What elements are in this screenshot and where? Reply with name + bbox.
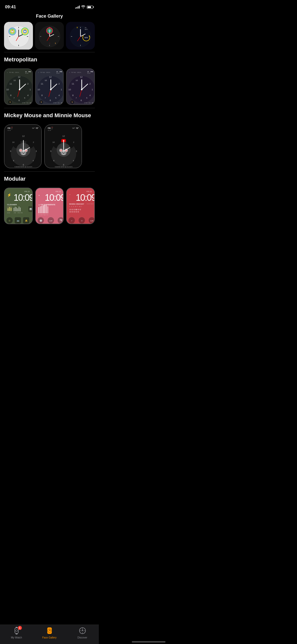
- svg-rect-185: [14, 208, 14, 211]
- face-card-partial-1[interactable]: 72 64 88 42 AQI: [4, 22, 33, 50]
- svg-point-250: [73, 211, 75, 213]
- svg-text:M: M: [41, 214, 42, 216]
- modular-face-svg-pink: FRI 23 ▲ 10:09 ▲ UVI 5 MODERATE S S M T …: [36, 188, 64, 224]
- svg-text:W: W: [79, 206, 80, 207]
- modular-face-green[interactable]: FRI 23 ⚡ 10:09 CLEANER NOW 1PM 4PM 7PM: [4, 188, 33, 224]
- svg-point-120: [81, 89, 82, 90]
- svg-rect-187: [16, 207, 17, 211]
- nav-title: Face Gallery: [0, 13, 99, 22]
- svg-point-252: [77, 211, 79, 213]
- svg-text:64 88: 64 88: [60, 222, 62, 223]
- svg-text:1: 1: [92, 88, 93, 91]
- svg-text:TRY ME · JORJA...: TRY ME · JORJA...: [9, 72, 20, 73]
- modular-face-svg-green: FRI 23 ⚡ 10:09 CLEANER NOW 1PM 4PM 7PM: [5, 188, 33, 224]
- svg-text:9: 9: [10, 150, 11, 152]
- svg-text:🏃: 🏃: [40, 101, 42, 103]
- svg-text:CUP: CUP: [30, 102, 33, 104]
- svg-text:6: 6: [18, 99, 20, 102]
- svg-text:3: 3: [35, 150, 37, 152]
- svg-text:4: 4: [58, 94, 60, 97]
- mickey-face-svg: FRI 23 24 22 23 64° 72° 🐭 12 6 9 3 10 2: [5, 125, 42, 168]
- svg-text:11: 11: [72, 83, 74, 85]
- svg-text:5: 5: [24, 97, 25, 99]
- svg-text:2: 2: [33, 141, 34, 143]
- svg-text:⊙: ⊙: [9, 219, 11, 222]
- svg-text:3: 3: [76, 150, 77, 152]
- svg-point-68: [19, 89, 20, 90]
- svg-text:22 23: 22 23: [8, 130, 11, 131]
- svg-text:♪: ♪: [7, 72, 8, 73]
- svg-text:22: 22: [85, 27, 87, 28]
- svg-text:⊙: ⊙: [81, 220, 83, 222]
- svg-text:8: 8: [72, 94, 74, 97]
- svg-text:23 24: 23 24: [56, 72, 60, 74]
- status-bar: 09:41: [0, 0, 99, 13]
- svg-text:🏃: 🏃: [9, 101, 11, 103]
- svg-point-247: [79, 209, 81, 210]
- face-card-partial-3[interactable]: 5 22 MPH 60%: [66, 22, 95, 50]
- svg-text:FRI: FRI: [60, 71, 62, 72]
- svg-text:10: 10: [14, 79, 16, 82]
- svg-text:4: 4: [27, 94, 28, 97]
- metropolitan-face-2[interactable]: ♪ TRY ME · JORJA... 22 FRI 23 24 12 6 10…: [35, 68, 64, 105]
- mickey-section-header: Mickey Mouse and Minnie Mouse: [0, 108, 99, 121]
- mickey-faces-row: FRI 23 24 22 23 64° 72° 🐭 12 6 9 3 10 2: [0, 121, 99, 171]
- svg-text:TRY ME · JORJA...: TRY ME · JORJA...: [71, 72, 82, 73]
- svg-text:4: 4: [90, 94, 91, 97]
- metropolitan-face-1[interactable]: ♪ TRY ME · JORJA... 22 FRI 23 24 12 6 10…: [4, 68, 33, 105]
- watch-face-svg-3: 5 22 MPH 60%: [67, 22, 94, 50]
- metropolitan-face-svg-2: ♪ TRY ME · JORJA... 22 FRI 23 24 12 6 10…: [36, 69, 64, 105]
- svg-text:TRY ME · JORJA...: TRY ME · JORJA...: [40, 72, 51, 73]
- svg-text:M: M: [75, 206, 76, 207]
- svg-text:10:09: 10:09: [45, 192, 64, 203]
- svg-text:07:09 · 3hrs: 07:09 · 3hrs: [22, 102, 29, 104]
- svg-text:CUP: CUP: [92, 102, 95, 104]
- modular-face-red[interactable]: FRI 23 ⌃ 10:09 WANING CRESCENT 25 26 27 …: [66, 188, 95, 224]
- svg-text:✓: ✓: [71, 220, 73, 222]
- svg-text:8: 8: [10, 94, 11, 97]
- svg-text:4PM: 4PM: [17, 212, 20, 214]
- svg-text:5: 5: [55, 97, 56, 99]
- svg-text:F: F: [69, 206, 70, 207]
- svg-rect-182: [8, 208, 9, 211]
- modular-face-pink[interactable]: FRI 23 ▲ 10:09 ▲ UVI 5 MODERATE S S M T …: [35, 188, 64, 224]
- svg-rect-212: [44, 205, 45, 213]
- svg-rect-184: [11, 208, 12, 211]
- svg-text:MPH: MPH: [85, 29, 88, 30]
- svg-text:1: 1: [61, 88, 62, 91]
- svg-text:12: 12: [80, 76, 82, 78]
- svg-text:10: 10: [37, 88, 40, 91]
- svg-text:42: 42: [24, 29, 26, 31]
- svg-text:60%: 60%: [84, 37, 88, 38]
- battery-icon: [87, 6, 94, 9]
- mickey-face-1[interactable]: FRI 23 24 22 23 64° 72° 🐭 12 6 9 3 10 2: [4, 124, 42, 168]
- status-time: 09:41: [5, 5, 16, 10]
- svg-text:T: T: [77, 206, 78, 207]
- minnie-face-1[interactable]: FRI 23 24 22 23 64° 72° 🐭 12 6 9 3 10 2 …: [44, 124, 82, 168]
- svg-text:♪: ♪: [69, 72, 70, 73]
- svg-point-244: [73, 209, 75, 210]
- svg-text:24: 24: [51, 128, 53, 130]
- svg-text:12: 12: [49, 76, 52, 78]
- face-card-partial-2[interactable]: ♡ 🏃: [35, 22, 64, 50]
- svg-text:07:09 · 3hrs: 07:09 · 3hrs: [84, 102, 91, 104]
- svg-text:6: 6: [81, 99, 82, 102]
- svg-text:♪: ♪: [38, 72, 39, 73]
- svg-text:2: 2: [27, 83, 28, 85]
- svg-text:9:30AM NOVA @ ALICE'S: 9:30AM NOVA @ ALICE'S: [55, 166, 72, 168]
- svg-text:F: F: [47, 214, 48, 216]
- svg-text:4: 4: [33, 159, 34, 162]
- svg-text:1PM: 1PM: [14, 212, 16, 214]
- svg-text:6: 6: [23, 164, 24, 166]
- modular-faces-row: FRI 23 ⚡ 10:09 CLEANER NOW 1PM 4PM 7PM: [0, 185, 99, 227]
- svg-text:FRI: FRI: [8, 127, 10, 129]
- svg-text:🚌: 🚌: [17, 219, 20, 222]
- svg-point-249: [71, 211, 73, 213]
- svg-text:🏃: 🏃: [54, 42, 56, 45]
- svg-point-251: [75, 211, 77, 213]
- svg-text:72°: 72°: [76, 127, 79, 129]
- svg-text:🔔: 🔔: [25, 219, 28, 222]
- svg-rect-188: [17, 208, 18, 211]
- metropolitan-face-3[interactable]: ♪ TRY ME · JORJA... 22 FRI 23 24 12 6 10…: [66, 68, 95, 105]
- svg-rect-213: [46, 205, 47, 213]
